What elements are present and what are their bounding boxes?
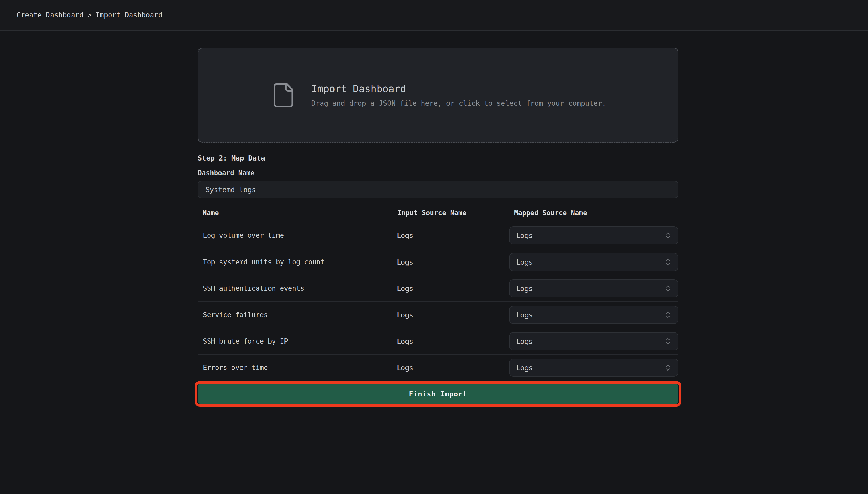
row-mapped-source-cell: Logs: [509, 332, 678, 350]
table-row: Top systemd units by log count Logs Logs: [198, 249, 678, 275]
dropzone-title: Import Dashboard: [311, 83, 606, 95]
row-name: Service failures: [198, 311, 392, 319]
row-mapped-source-cell: Logs: [509, 253, 678, 271]
breadcrumb-separator: >: [87, 11, 91, 19]
step-title: Step 2: Map Data: [198, 154, 678, 163]
row-input-source: Logs: [392, 258, 509, 266]
highlight-frame: Finish Import: [198, 384, 678, 404]
mapping-table: Name Input Source Name Mapped Source Nam…: [198, 208, 678, 381]
top-bar: Create Dashboard > Import Dashboard: [0, 0, 868, 31]
row-input-source: Logs: [392, 364, 509, 372]
table-header-row: Name Input Source Name Mapped Source Nam…: [198, 208, 678, 222]
mapped-source-select[interactable]: Logs: [509, 332, 678, 350]
column-header-input-source: Input Source Name: [392, 208, 509, 217]
mapped-source-select[interactable]: Logs: [509, 253, 678, 271]
column-header-mapped-source: Mapped Source Name: [509, 208, 678, 217]
row-mapped-source-cell: Logs: [509, 279, 678, 298]
import-wizard: Import Dashboard Drag and drop a JSON fi…: [198, 48, 678, 404]
row-input-source: Logs: [392, 311, 509, 319]
row-mapped-source-cell: Logs: [509, 359, 678, 377]
mapped-source-select[interactable]: Logs: [509, 226, 678, 244]
dropzone-subtitle: Drag and drop a JSON file here, or click…: [311, 99, 606, 107]
mapped-source-select[interactable]: Logs: [509, 359, 678, 377]
dashboard-name-input[interactable]: [198, 181, 678, 198]
breadcrumb: Create Dashboard > Import Dashboard: [17, 11, 163, 19]
table-row: SSH brute force by IP Logs Logs: [198, 328, 678, 354]
row-input-source: Logs: [392, 337, 509, 345]
table-row: Errors over time Logs Logs: [198, 354, 678, 381]
row-input-source: Logs: [392, 231, 509, 240]
dashboard-name-label: Dashboard Name: [198, 169, 255, 177]
row-mapped-source-cell: Logs: [509, 306, 678, 324]
finish-import-button[interactable]: Finish Import: [198, 384, 678, 404]
table-row: SSH authentication events Logs Logs: [198, 275, 678, 301]
mapped-source-select[interactable]: Logs: [509, 279, 678, 298]
row-input-source: Logs: [392, 285, 509, 292]
json-file-dropzone[interactable]: Import Dashboard Drag and drop a JSON fi…: [198, 48, 678, 142]
table-row: Service failures Logs Logs: [198, 301, 678, 328]
row-name: Log volume over time: [198, 231, 392, 239]
breadcrumb-link-create-dashboard[interactable]: Create Dashboard: [17, 11, 84, 19]
row-name: Top systemd units by log count: [198, 258, 392, 266]
row-mapped-source-cell: Logs: [509, 226, 678, 244]
row-name: SSH authentication events: [198, 285, 392, 292]
breadcrumb-current-import-dashboard[interactable]: Import Dashboard: [96, 11, 163, 19]
file-icon: [270, 82, 297, 109]
row-name: SSH brute force by IP: [198, 337, 392, 345]
column-header-name: Name: [198, 208, 392, 217]
mapped-source-select[interactable]: Logs: [509, 306, 678, 324]
row-name: Errors over time: [198, 364, 392, 372]
dropzone-text: Import Dashboard Drag and drop a JSON fi…: [311, 83, 606, 107]
table-row: Log volume over time Logs Logs: [198, 222, 678, 249]
